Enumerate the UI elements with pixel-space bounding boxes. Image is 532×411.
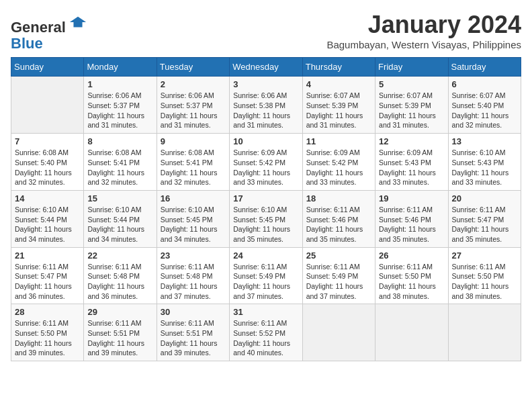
- month-title: January 2024: [326, 11, 521, 39]
- day-number: 15: [87, 193, 152, 203]
- daylight-label: Daylight: 11 hours and 37 minutes.: [233, 282, 290, 300]
- sunset-label: Sunset: 5:46 PM: [306, 216, 359, 224]
- sunset-label: Sunset: 5:51 PM: [161, 329, 213, 337]
- day-info: Sunrise: 6:10 AM Sunset: 5:43 PM Dayligh…: [452, 148, 517, 187]
- day-info: Sunrise: 6:10 AM Sunset: 5:44 PM Dayligh…: [15, 205, 80, 244]
- calendar-table: SundayMondayTuesdayWednesdayThursdayFrid…: [11, 57, 521, 361]
- sunset-label: Sunset: 5:39 PM: [306, 101, 359, 109]
- sunrise-label: Sunrise: 6:11 AM: [379, 263, 433, 271]
- calendar-cell: 10 Sunrise: 6:09 AM Sunset: 5:42 PM Dayl…: [230, 134, 302, 191]
- calendar-cell: 17 Sunrise: 6:10 AM Sunset: 5:45 PM Dayl…: [230, 190, 302, 247]
- calendar-cell: 5 Sunrise: 6:07 AM Sunset: 5:39 PM Dayli…: [375, 77, 448, 134]
- weekday-header-friday: Friday: [375, 58, 448, 77]
- day-number: 29: [87, 307, 152, 317]
- daylight-label: Daylight: 11 hours and 39 minutes.: [15, 339, 72, 357]
- sunrise-label: Sunrise: 6:11 AM: [306, 263, 360, 271]
- calendar-cell: 3 Sunrise: 6:06 AM Sunset: 5:38 PM Dayli…: [230, 77, 302, 134]
- day-number: 5: [379, 79, 444, 89]
- calendar-cell: 18 Sunrise: 6:11 AM Sunset: 5:46 PM Dayl…: [302, 190, 375, 247]
- sunset-label: Sunset: 5:37 PM: [87, 101, 140, 109]
- daylight-label: Daylight: 11 hours and 32 minutes.: [87, 169, 144, 187]
- day-number: 24: [233, 250, 298, 261]
- day-number: 2: [161, 79, 226, 89]
- calendar-cell: 24 Sunrise: 6:11 AM Sunset: 5:49 PM Dayl…: [230, 247, 302, 304]
- daylight-label: Daylight: 11 hours and 38 minutes.: [452, 282, 509, 300]
- sunset-label: Sunset: 5:52 PM: [233, 329, 285, 337]
- sunrise-label: Sunrise: 6:11 AM: [87, 319, 141, 327]
- sunset-label: Sunset: 5:50 PM: [379, 272, 431, 280]
- daylight-label: Daylight: 11 hours and 33 minutes.: [379, 169, 436, 187]
- sunrise-label: Sunrise: 6:11 AM: [87, 263, 141, 271]
- day-info: Sunrise: 6:11 AM Sunset: 5:50 PM Dayligh…: [452, 262, 517, 302]
- day-info: Sunrise: 6:07 AM Sunset: 5:40 PM Dayligh…: [452, 91, 517, 130]
- location: Bagumbayan, Western Visayas, Philippines: [326, 39, 521, 50]
- daylight-label: Daylight: 11 hours and 31 minutes.: [233, 111, 290, 130]
- sunrise-label: Sunrise: 6:11 AM: [161, 319, 214, 327]
- sunrise-label: Sunrise: 6:10 AM: [15, 205, 69, 214]
- day-number: 16: [161, 193, 226, 203]
- daylight-label: Daylight: 11 hours and 33 minutes.: [452, 169, 509, 187]
- day-number: 23: [161, 250, 226, 261]
- calendar-cell: 8 Sunrise: 6:08 AM Sunset: 5:41 PM Dayli…: [84, 134, 157, 191]
- day-number: 28: [15, 307, 80, 317]
- sunset-label: Sunset: 5:45 PM: [161, 216, 213, 224]
- logo-bird-icon: [69, 13, 87, 32]
- day-info: Sunrise: 6:06 AM Sunset: 5:37 PM Dayligh…: [161, 91, 226, 130]
- sunrise-label: Sunrise: 6:07 AM: [452, 91, 506, 99]
- day-info: Sunrise: 6:07 AM Sunset: 5:39 PM Dayligh…: [306, 91, 371, 130]
- sunrise-label: Sunrise: 6:10 AM: [87, 205, 141, 214]
- day-number: 10: [233, 136, 298, 146]
- sunrise-label: Sunrise: 6:11 AM: [161, 263, 214, 271]
- sunset-label: Sunset: 5:49 PM: [306, 272, 359, 280]
- calendar-cell: 12 Sunrise: 6:09 AM Sunset: 5:43 PM Dayl…: [375, 134, 448, 191]
- day-info: Sunrise: 6:11 AM Sunset: 5:49 PM Dayligh…: [233, 262, 298, 302]
- day-number: 25: [306, 250, 371, 261]
- calendar-cell: 23 Sunrise: 6:11 AM Sunset: 5:48 PM Dayl…: [157, 247, 229, 304]
- sunset-label: Sunset: 5:42 PM: [306, 158, 359, 167]
- calendar-cell: 4 Sunrise: 6:07 AM Sunset: 5:39 PM Dayli…: [302, 77, 375, 134]
- sunrise-label: Sunrise: 6:09 AM: [306, 148, 360, 156]
- sunset-label: Sunset: 5:45 PM: [233, 216, 285, 224]
- daylight-label: Daylight: 11 hours and 37 minutes.: [306, 282, 363, 300]
- calendar-cell: 15 Sunrise: 6:10 AM Sunset: 5:44 PM Dayl…: [84, 190, 157, 247]
- sunset-label: Sunset: 5:41 PM: [87, 158, 140, 167]
- day-info: Sunrise: 6:11 AM Sunset: 5:50 PM Dayligh…: [15, 318, 80, 358]
- sunrise-label: Sunrise: 6:09 AM: [379, 148, 433, 156]
- day-info: Sunrise: 6:09 AM Sunset: 5:43 PM Dayligh…: [379, 148, 444, 187]
- sunset-label: Sunset: 5:41 PM: [161, 158, 213, 167]
- calendar-cell: [375, 304, 448, 361]
- day-number: 14: [15, 193, 80, 203]
- daylight-label: Daylight: 11 hours and 34 minutes.: [15, 225, 72, 243]
- daylight-label: Daylight: 11 hours and 33 minutes.: [306, 169, 363, 187]
- sunrise-label: Sunrise: 6:11 AM: [233, 319, 287, 327]
- daylight-label: Daylight: 11 hours and 37 minutes.: [161, 282, 218, 300]
- calendar-cell: 27 Sunrise: 6:11 AM Sunset: 5:50 PM Dayl…: [448, 247, 521, 304]
- day-info: Sunrise: 6:10 AM Sunset: 5:45 PM Dayligh…: [233, 205, 298, 244]
- sunset-label: Sunset: 5:51 PM: [87, 329, 140, 337]
- day-info: Sunrise: 6:10 AM Sunset: 5:44 PM Dayligh…: [87, 205, 152, 244]
- sunrise-label: Sunrise: 6:07 AM: [379, 91, 433, 99]
- day-number: 20: [452, 193, 517, 203]
- day-number: 19: [379, 193, 444, 203]
- sunset-label: Sunset: 5:50 PM: [15, 329, 67, 337]
- logo: General Blue: [11, 13, 87, 52]
- sunset-label: Sunset: 5:44 PM: [15, 216, 67, 224]
- daylight-label: Daylight: 11 hours and 31 minutes.: [379, 111, 436, 130]
- title-block: January 2024 Bagumbayan, Western Visayas…: [326, 11, 521, 50]
- day-info: Sunrise: 6:11 AM Sunset: 5:47 PM Dayligh…: [452, 205, 517, 244]
- calendar-week-row: 14 Sunrise: 6:10 AM Sunset: 5:44 PM Dayl…: [11, 190, 521, 247]
- sunrise-label: Sunrise: 6:08 AM: [15, 148, 69, 156]
- day-info: Sunrise: 6:11 AM Sunset: 5:46 PM Dayligh…: [379, 205, 444, 244]
- day-info: Sunrise: 6:08 AM Sunset: 5:41 PM Dayligh…: [87, 148, 152, 187]
- weekday-header-thursday: Thursday: [302, 58, 375, 77]
- day-number: 27: [452, 250, 517, 261]
- sunrise-label: Sunrise: 6:08 AM: [87, 148, 141, 156]
- day-number: 31: [233, 307, 298, 317]
- daylight-label: Daylight: 11 hours and 35 minutes.: [452, 225, 509, 243]
- day-number: 4: [306, 79, 371, 89]
- weekday-header-wednesday: Wednesday: [230, 58, 302, 77]
- weekday-header-monday: Monday: [84, 58, 157, 77]
- calendar-cell: 30 Sunrise: 6:11 AM Sunset: 5:51 PM Dayl…: [157, 304, 229, 361]
- day-number: 1: [87, 79, 152, 89]
- day-info: Sunrise: 6:11 AM Sunset: 5:49 PM Dayligh…: [306, 262, 371, 302]
